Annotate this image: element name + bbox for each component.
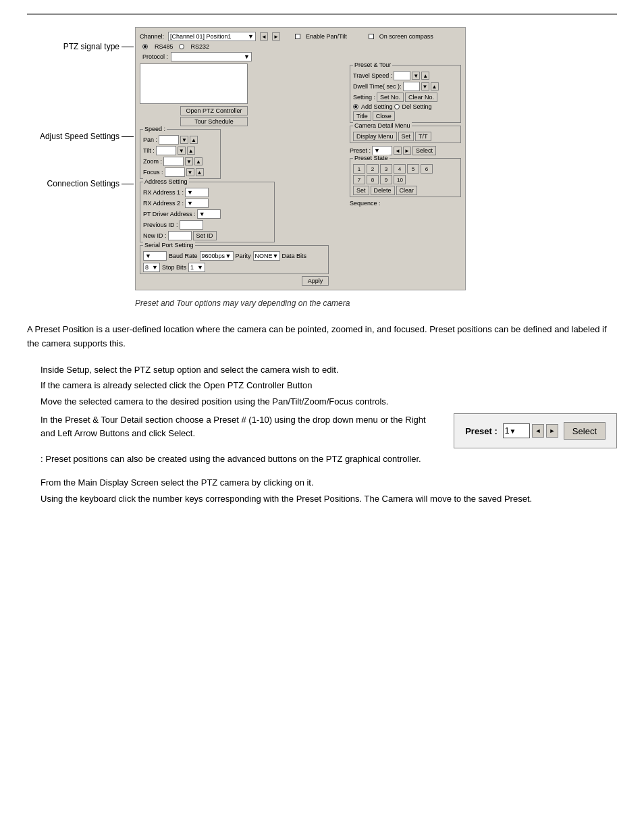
preset-select-button[interactable]: Select — [564, 422, 606, 440]
ps3[interactable]: 3 — [380, 164, 392, 174]
zoom-input[interactable] — [163, 157, 184, 166]
ptz-signal-label: PTZ signal type — [63, 42, 134, 51]
channel-next-btn[interactable]: ► — [272, 32, 280, 41]
focus-input[interactable] — [165, 167, 185, 177]
preset-demo-controls: 1 ▼ ◄ ► — [503, 423, 558, 438]
preset-demo-value[interactable]: 1 ▼ — [503, 423, 530, 438]
step-1: Inside Setup, select the PTZ setup optio… — [41, 363, 617, 377]
dwell-down[interactable]: ▼ — [421, 82, 429, 90]
preset-right-arrow[interactable]: ► — [546, 424, 558, 438]
ps-set-btn[interactable]: Set — [353, 186, 369, 195]
select-btn[interactable]: Select — [412, 146, 436, 155]
set-id-btn[interactable]: Set ID — [193, 231, 217, 240]
pan-up[interactable]: ▲ — [190, 136, 198, 144]
open-ptz-btn[interactable]: Open PTZ Controller — [180, 106, 248, 115]
pt-driver-dropdown[interactable]: ▼ — [197, 209, 221, 219]
prev-id-input[interactable] — [180, 220, 203, 230]
pan-input[interactable] — [159, 135, 179, 145]
stop-bits-dropdown[interactable]: 1 ▼ — [188, 263, 205, 272]
apply-btn[interactable]: Apply — [302, 276, 329, 286]
ps10[interactable]: 10 — [394, 175, 406, 184]
focus-up[interactable]: ▲ — [196, 168, 204, 176]
page-container: PTZ signal type Adjust Speed Settings Co… — [0, 0, 644, 521]
preset-note: : Preset positions can also be created u… — [41, 454, 617, 464]
steps-section: Inside Setup, select the PTZ setup optio… — [27, 363, 617, 409]
ps8[interactable]: 8 — [367, 175, 379, 184]
channel-prev-btn[interactable]: ◄ — [260, 32, 268, 41]
zoom-up[interactable]: ▲ — [194, 157, 203, 165]
rx2-dropdown[interactable]: ▼ — [185, 199, 209, 208]
dwell-up[interactable]: ▲ — [431, 82, 439, 90]
annotation-labels: PTZ signal type Adjust Speed Settings Co… — [34, 27, 134, 290]
tour-schedule-btn[interactable]: Tour Schedule — [180, 117, 248, 126]
preset-tour-group: Preset & Tour Travel Speed : ▼ ▲ Dwell T… — [350, 65, 461, 123]
preset-demo-box: Preset : 1 ▼ ◄ ► Select — [454, 413, 617, 448]
enable-pan-tilt-check[interactable] — [295, 34, 300, 39]
right-panel: Preset & Tour Travel Speed : ▼ ▲ Dwell T… — [350, 63, 461, 286]
close-dialog-btn[interactable]: Close — [373, 111, 395, 121]
ps9[interactable]: 9 — [380, 175, 392, 184]
channel-dropdown[interactable]: [Channel 01] Position1 ▼ — [168, 32, 256, 41]
preset-dropdown[interactable]: ▼ — [372, 146, 392, 155]
baud-dropdown[interactable]: 9600bps ▼ — [200, 251, 234, 261]
protocol-dropdown[interactable]: ▼ — [171, 52, 252, 61]
title-btn[interactable]: Title — [353, 111, 371, 121]
add-setting-radio[interactable] — [353, 104, 358, 109]
adjust-speed-label: Adjust Speed Settings — [40, 132, 134, 141]
display-menu-btn[interactable]: Display Menu — [353, 132, 397, 141]
pan-down[interactable]: ▼ — [180, 136, 188, 144]
ps4[interactable]: 4 — [394, 164, 406, 174]
ps7[interactable]: 7 — [353, 175, 365, 184]
on-screen-compass-label: On screen compass — [379, 33, 433, 40]
intro-text: A Preset Position is a user-defined loca… — [27, 323, 617, 351]
del-setting-radio[interactable] — [394, 104, 400, 109]
clear-no-btn[interactable]: Clear No. — [405, 93, 437, 102]
on-screen-compass-check[interactable] — [369, 34, 374, 39]
connection-settings-label: Connection Settings — [47, 179, 134, 188]
parity-dropdown[interactable]: NONE ▼ — [253, 251, 280, 261]
focus-down[interactable]: ▼ — [186, 168, 194, 176]
tilt-down[interactable]: ▼ — [178, 147, 186, 155]
rs232-radio[interactable] — [179, 44, 184, 49]
port-dropdown[interactable]: ▼ — [143, 251, 167, 261]
step-2: If the camera is already selected click … — [41, 379, 617, 392]
tilt-up[interactable]: ▲ — [187, 147, 195, 155]
ps1[interactable]: 1 — [353, 164, 365, 174]
ps2[interactable]: 2 — [367, 164, 379, 174]
data-bits-dropdown[interactable]: 8 ▼ — [143, 263, 160, 272]
ps6[interactable]: 6 — [421, 164, 433, 174]
screenshot-caption: Preset and Tour options may vary dependi… — [135, 298, 617, 308]
enable-pan-tilt-label: Enable Pan/Tilt — [306, 33, 347, 40]
channel-label: Channel: — [140, 33, 164, 40]
protocol-listbox — [140, 63, 248, 104]
serial-port-group: Serial Port Setting ▼ Baud Rate 9600bps … — [140, 245, 347, 274]
top-rule — [27, 14, 617, 15]
travel-speed-up[interactable]: ▲ — [421, 72, 429, 80]
rx1-dropdown[interactable]: ▼ — [185, 188, 209, 197]
preset-demo-label: Preset : — [465, 426, 498, 436]
zoom-down[interactable]: ▼ — [185, 157, 193, 165]
step-3: Move the selected camera to the desired … — [41, 395, 617, 409]
new-id-input[interactable] — [168, 231, 192, 240]
dwell-time-input[interactable] — [403, 82, 420, 91]
bottom-step-1: From the Main Display Screen select the … — [41, 476, 617, 490]
bottom-steps: From the Main Display Screen select the … — [27, 476, 617, 505]
tt-btn[interactable]: T/T — [415, 132, 431, 141]
camera-detail-group: Camera Detail Menu Display Menu Set T/T — [350, 126, 461, 143]
tilt-input[interactable] — [156, 146, 176, 155]
ps-clear-btn[interactable]: Clear — [396, 186, 418, 195]
set-camera-btn[interactable]: Set — [398, 132, 414, 141]
ps5[interactable]: 5 — [407, 164, 419, 174]
preset-left-arrow[interactable]: ◄ — [532, 424, 544, 438]
rs485-radio[interactable] — [142, 44, 148, 49]
travel-speed-input[interactable] — [394, 71, 410, 80]
preset-prev[interactable]: ◄ — [394, 147, 402, 155]
dialog-screenshot: Channel: [Channel 01] Position1 ▼ ◄ ► En… — [135, 27, 466, 290]
intro-section: A Preset Position is a user-defined loca… — [27, 323, 617, 351]
set-no-btn[interactable]: Set No. — [377, 93, 404, 102]
ps-delete-btn[interactable]: Delete — [371, 186, 395, 195]
travel-speed-down[interactable]: ▼ — [412, 72, 420, 80]
preset-section: In the Preset & Tour Detail section choo… — [41, 413, 617, 448]
preset-next[interactable]: ► — [403, 147, 411, 155]
bottom-step-2: Using the keyboard click the number keys… — [41, 492, 617, 506]
